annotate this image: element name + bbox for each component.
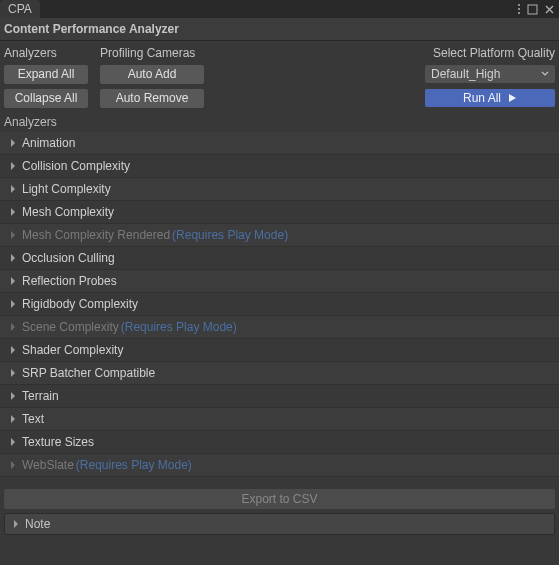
chevron-right-icon (8, 161, 18, 171)
chevron-right-icon (8, 276, 18, 286)
chevron-right-icon (8, 138, 18, 148)
chevron-right-icon (8, 345, 18, 355)
svg-point-0 (518, 4, 520, 6)
platform-quality-value: Default_High (431, 65, 500, 83)
analyzer-row[interactable]: Reflection Probes (0, 270, 559, 293)
section-label-analyzers: Analyzers (0, 110, 559, 132)
analyzer-label: Reflection Probes (22, 270, 117, 292)
analyzer-row[interactable]: Mesh Complexity Rendered (Requires Play … (0, 224, 559, 247)
run-all-button[interactable]: Run All (425, 89, 555, 107)
collapse-all-button[interactable]: Collapse All (4, 89, 88, 108)
chevron-right-icon (8, 414, 18, 424)
requires-play-mode-label: (Requires Play Mode) (121, 316, 237, 338)
note-label: Note (25, 514, 50, 534)
analyzer-label: Shader Complexity (22, 339, 123, 361)
auto-add-button[interactable]: Auto Add (100, 65, 204, 84)
chevron-right-icon (8, 207, 18, 217)
export-label: Export to CSV (241, 492, 317, 506)
analyzer-label: Texture Sizes (22, 431, 94, 453)
analyzer-label: Scene Complexity (22, 316, 119, 338)
header-analyzers: Analyzers (4, 46, 57, 60)
analyzer-label: Light Complexity (22, 178, 111, 200)
columns-header: Analyzers Profiling Cameras Select Platf… (0, 41, 559, 62)
analyzer-label: SRP Batcher Compatible (22, 362, 155, 384)
chevron-right-icon (11, 519, 21, 529)
analyzer-row[interactable]: Animation (0, 132, 559, 155)
analyzer-label: Animation (22, 132, 75, 154)
note-row[interactable]: Note (4, 513, 555, 535)
export-to-csv-button: Export to CSV (4, 489, 555, 509)
tab-cpa-label: CPA (8, 2, 32, 16)
analyzer-label: Terrain (22, 385, 59, 407)
analyzer-row[interactable]: Light Complexity (0, 178, 559, 201)
platform-quality-select[interactable]: Default_High (425, 65, 555, 83)
kebab-icon[interactable] (517, 3, 521, 15)
analyzer-label: Text (22, 408, 44, 430)
run-all-label: Run All (463, 89, 501, 107)
analyzer-row[interactable]: Shader Complexity (0, 339, 559, 362)
toolbar-row-1: Expand All Auto Add Default_High (0, 62, 559, 86)
requires-play-mode-label: (Requires Play Mode) (76, 454, 192, 476)
window-tab-bar: CPA (0, 0, 559, 18)
svg-point-2 (518, 12, 520, 14)
analyzer-row[interactable]: Collision Complexity (0, 155, 559, 178)
analyzer-row[interactable]: SRP Batcher Compatible (0, 362, 559, 385)
requires-play-mode-label: (Requires Play Mode) (172, 224, 288, 246)
tab-icons (517, 3, 559, 15)
analyzer-label: Mesh Complexity (22, 201, 114, 223)
header-profiling-cameras: Profiling Cameras (100, 46, 195, 60)
analyzer-row[interactable]: Texture Sizes (0, 431, 559, 454)
close-icon[interactable] (544, 4, 555, 15)
analyzer-label: WebSlate (22, 454, 74, 476)
analyzer-row[interactable]: Terrain (0, 385, 559, 408)
auto-remove-button[interactable]: Auto Remove (100, 89, 204, 108)
header-select-platform-quality: Select Platform Quality (433, 46, 555, 60)
chevron-right-icon (8, 437, 18, 447)
analyzer-row[interactable]: Mesh Complexity (0, 201, 559, 224)
analyzer-row[interactable]: WebSlate (Requires Play Mode) (0, 454, 559, 477)
analyzer-label: Occlusion Culling (22, 247, 115, 269)
analyzer-list: AnimationCollision ComplexityLight Compl… (0, 132, 559, 477)
analyzer-label: Mesh Complexity Rendered (22, 224, 170, 246)
tab-cpa[interactable]: CPA (0, 0, 40, 18)
chevron-right-icon (8, 230, 18, 240)
expand-all-button[interactable]: Expand All (4, 65, 88, 84)
chevron-right-icon (8, 253, 18, 263)
chevron-right-icon (8, 299, 18, 309)
analyzer-label: Collision Complexity (22, 155, 130, 177)
maximize-icon[interactable] (527, 4, 538, 15)
svg-point-1 (518, 8, 520, 10)
analyzer-row[interactable]: Scene Complexity (Requires Play Mode) (0, 316, 559, 339)
chevron-right-icon (8, 460, 18, 470)
chevron-right-icon (8, 322, 18, 332)
analyzer-label: Rigidbody Complexity (22, 293, 138, 315)
page-title: Content Performance Analyzer (0, 18, 559, 41)
analyzer-row[interactable]: Rigidbody Complexity (0, 293, 559, 316)
chevron-down-icon (541, 70, 549, 78)
chevron-right-icon (8, 391, 18, 401)
analyzer-row[interactable]: Occlusion Culling (0, 247, 559, 270)
analyzer-row[interactable]: Text (0, 408, 559, 431)
play-icon (507, 93, 517, 103)
chevron-right-icon (8, 368, 18, 378)
svg-rect-3 (528, 5, 537, 14)
chevron-right-icon (8, 184, 18, 194)
toolbar-row-2: Collapse All Auto Remove Run All (0, 86, 559, 110)
